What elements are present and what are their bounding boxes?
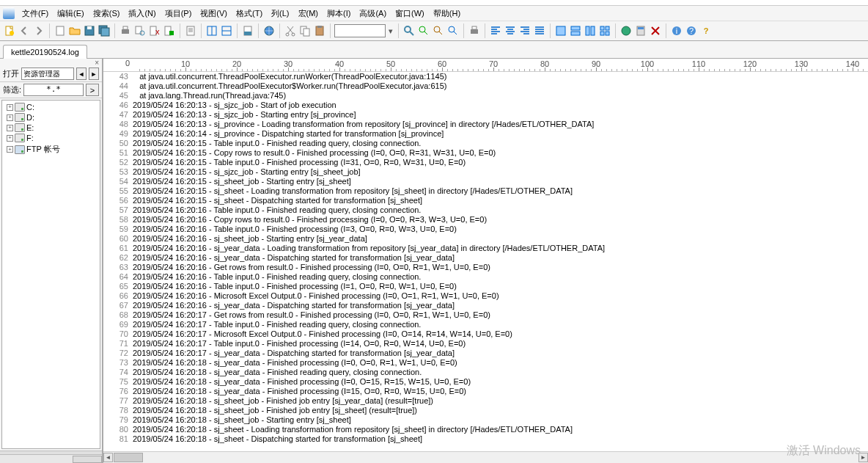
explorer-combo[interactable]: 资源管理器 — [21, 68, 74, 80]
code-line[interactable]: 45 at java.lang.Thread.run(Thread.java:7… — [103, 91, 868, 101]
code-line[interactable]: 662019/05/24 16:20:16 - Microsoft Excel … — [103, 291, 868, 301]
code-line[interactable]: 482019/05/24 16:20:13 - sj_province - Lo… — [103, 120, 868, 129]
code-line[interactable]: 672019/05/24 16:20:16 - sj_year_data - D… — [103, 301, 868, 310]
menu-file[interactable]: 文件(F) — [18, 7, 53, 21]
find-c-icon[interactable] — [446, 24, 460, 37]
win1-icon[interactable] — [554, 24, 567, 37]
menu-search[interactable]: 搜索(S) — [89, 7, 125, 21]
tree-item[interactable]: +E: — [4, 123, 98, 133]
page-x-icon[interactable]: x — [148, 24, 161, 37]
code-line[interactable]: 532019/05/24 16:20:15 - sj_sjzc_job - St… — [103, 167, 868, 177]
align-l-icon[interactable] — [489, 24, 502, 37]
print2-icon[interactable] — [468, 24, 481, 37]
tree-item[interactable]: +FTP 帐号 — [4, 143, 98, 156]
code-line[interactable]: 582019/05/24 16:20:16 - Copy rows to res… — [103, 215, 868, 225]
cut-icon[interactable] — [284, 24, 297, 37]
code-line[interactable]: 772019/05/24 16:20:18 - sj_sheet_job - F… — [103, 396, 868, 406]
code-line[interactable]: 642019/05/24 16:20:16 - Table input.0 - … — [103, 272, 868, 282]
expand-icon[interactable]: + — [7, 135, 13, 142]
paste-icon[interactable] — [313, 24, 326, 37]
page-m-icon[interactable] — [163, 24, 176, 37]
q-icon[interactable]: ? — [699, 24, 713, 37]
code-line[interactable]: 742019/05/24 16:20:18 - sj_year_data - F… — [103, 368, 868, 377]
code-line[interactable]: 722019/05/24 16:20:17 - sj_year_data - D… — [103, 349, 868, 358]
find-icon[interactable] — [402, 24, 416, 37]
filter-input[interactable]: *.* — [23, 84, 84, 96]
align-r-icon[interactable] — [518, 24, 532, 37]
win-v-icon[interactable] — [220, 24, 233, 37]
code-line[interactable]: 682019/05/24 16:20:17 - Get rows from re… — [103, 310, 868, 320]
menu-help[interactable]: 帮助(H) — [429, 7, 465, 21]
save-all-icon[interactable] — [98, 24, 111, 37]
folder-open-icon[interactable] — [68, 24, 81, 37]
menu-macro[interactable]: 宏(M) — [294, 7, 323, 21]
code-line[interactable]: 732019/05/24 16:20:18 - sj_year_data - F… — [103, 358, 868, 368]
code-line[interactable]: 762019/05/24 16:20:18 - sj_year_data - F… — [103, 387, 868, 396]
x-icon[interactable] — [649, 24, 662, 37]
code-line[interactable]: 492019/05/24 16:20:14 - sj_province - Di… — [103, 129, 868, 139]
back-icon[interactable] — [18, 24, 31, 37]
page-icon[interactable] — [54, 24, 67, 37]
menu-window[interactable]: 窗口(W) — [391, 7, 429, 21]
find-b-icon[interactable] — [432, 24, 445, 37]
code-line[interactable]: 782019/05/24 16:20:18 - sj_sheet_job - F… — [103, 406, 868, 415]
expand-icon[interactable]: + — [7, 125, 13, 131]
forward-icon[interactable] — [32, 24, 45, 37]
code-line[interactable]: 602019/05/24 16:20:16 - sj_sheet_job - S… — [103, 234, 868, 244]
toolbar-dropdown-icon[interactable]: ▾ — [387, 26, 394, 36]
filter-go-button[interactable]: > — [86, 84, 99, 96]
code-line[interactable]: 512019/05/24 16:20:15 - Copy rows to res… — [103, 148, 868, 158]
help-icon[interactable]: ? — [685, 24, 698, 37]
code-line[interactable]: 802019/05/24 16:20:18 - sj_sheet - Loadi… — [103, 425, 868, 434]
print-icon[interactable] — [119, 24, 132, 37]
code-line[interactable]: 462019/05/24 16:20:13 - sj_sjzc_job - St… — [103, 101, 868, 110]
panel-close-icon[interactable]: × — [0, 59, 102, 66]
code-line[interactable]: 792019/05/24 16:20:18 - sj_sheet_job - S… — [103, 415, 868, 425]
expand-icon[interactable]: + — [7, 104, 13, 111]
win3-icon[interactable] — [584, 24, 597, 37]
menu-script[interactable]: 脚本(I) — [323, 7, 355, 21]
h-scrollbar[interactable]: ◄ ► — [103, 451, 868, 463]
doc-icon[interactable] — [184, 24, 197, 37]
tree-item[interactable]: +C: — [4, 102, 98, 112]
code-line[interactable]: 592019/05/24 16:20:16 - Table input.0 - … — [103, 225, 868, 234]
menu-view[interactable]: 视图(V) — [196, 7, 232, 21]
code-line[interactable]: 712019/05/24 16:20:17 - Table input.0 - … — [103, 339, 868, 349]
save-icon[interactable] — [83, 24, 96, 37]
nav-prev-icon[interactable]: ◄ — [76, 68, 87, 80]
code-line[interactable]: 572019/05/24 16:20:16 - Table input.0 - … — [103, 205, 868, 215]
scroll-thumb[interactable] — [114, 453, 143, 462]
code-line[interactable]: 522019/05/24 16:20:15 - Table input.0 - … — [103, 158, 868, 167]
menu-format[interactable]: 格式(T) — [232, 7, 267, 21]
win4-icon[interactable] — [598, 24, 611, 37]
find-a-icon[interactable] — [417, 24, 430, 37]
code-line[interactable]: 562019/05/24 16:20:15 - sj_sheet - Dispa… — [103, 196, 868, 205]
new-doc-icon[interactable] — [3, 24, 16, 37]
page-b-icon[interactable] — [241, 24, 254, 37]
panel-scrollbar[interactable] — [73, 456, 102, 463]
code-line[interactable]: 44 at java.util.concurrent.ThreadPoolExe… — [103, 81, 868, 91]
scroll-left-icon[interactable]: ◄ — [103, 453, 113, 462]
code-line[interactable]: 692019/05/24 16:20:17 - Table input.0 - … — [103, 320, 868, 329]
menu-edit[interactable]: 编辑(E) — [53, 7, 89, 21]
globe2-icon[interactable] — [619, 24, 633, 37]
calc-icon[interactable] — [634, 24, 647, 37]
toolbar-search-input[interactable] — [334, 24, 386, 37]
menu-project[interactable]: 项目(P) — [161, 7, 196, 21]
align-j-icon[interactable] — [533, 24, 546, 37]
code-line[interactable]: 502019/05/24 16:20:15 - Table input.0 - … — [103, 139, 868, 148]
expand-icon[interactable]: + — [7, 114, 13, 121]
menu-adv[interactable]: 高级(A) — [355, 7, 391, 21]
globe-icon[interactable] — [262, 24, 276, 37]
code-line[interactable]: 632019/05/24 16:20:16 - Get rows from re… — [103, 263, 868, 272]
tree-item[interactable]: +D: — [4, 112, 98, 123]
align-c-icon[interactable] — [504, 24, 517, 37]
code-line[interactable]: 812019/05/24 16:20:18 - sj_sheet - Dispa… — [103, 434, 868, 444]
code-line[interactable]: 622019/05/24 16:20:16 - sj_year_data - D… — [103, 253, 868, 263]
win-h-icon[interactable] — [205, 24, 218, 37]
code-line[interactable]: 612019/05/24 16:20:16 - sj_year_data - L… — [103, 244, 868, 253]
nav-next-icon[interactable]: ► — [89, 68, 99, 80]
menu-column[interactable]: 列(L) — [267, 7, 293, 21]
drive-tree[interactable]: +C:+D:+E:+F:+FTP 帐号 — [1, 100, 100, 449]
win2-icon[interactable] — [569, 24, 582, 37]
